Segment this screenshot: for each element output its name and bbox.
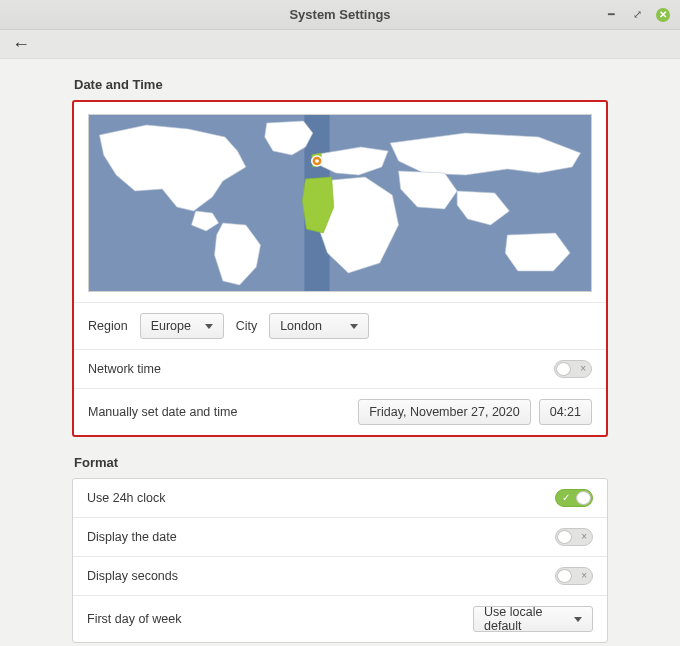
close-icon[interactable]: ✕ xyxy=(656,8,670,22)
chevron-down-icon xyxy=(350,324,358,329)
window-titlebar: System Settings ━ ⤢ ✕ xyxy=(0,0,680,30)
use-24h-label: Use 24h clock xyxy=(87,491,555,505)
date-time-card: Region Europe City London Network time ×… xyxy=(72,100,608,437)
window-title: System Settings xyxy=(0,7,680,22)
region-label: Region xyxy=(88,319,128,333)
display-seconds-label: Display seconds xyxy=(87,569,555,583)
manual-date-time-row: Manually set date and time Friday, Novem… xyxy=(74,388,606,435)
city-label: City xyxy=(236,319,258,333)
network-time-row: Network time × xyxy=(74,349,606,388)
minimize-icon[interactable]: ━ xyxy=(604,8,618,22)
first-day-label: First day of week xyxy=(87,612,473,626)
display-date-label: Display the date xyxy=(87,530,555,544)
back-icon[interactable]: ← xyxy=(12,34,30,55)
time-value: 04:21 xyxy=(550,405,581,419)
timezone-map-row xyxy=(74,102,606,302)
display-date-toggle[interactable]: × xyxy=(555,528,593,546)
manual-date-time-label: Manually set date and time xyxy=(88,405,358,419)
use-24h-toggle[interactable]: ✓ xyxy=(555,489,593,507)
first-day-value: Use locale default xyxy=(484,605,560,633)
page-content: Date and Time xyxy=(0,58,680,646)
region-value: Europe xyxy=(151,319,191,333)
city-select[interactable]: London xyxy=(269,313,369,339)
format-title: Format xyxy=(74,455,664,470)
city-value: London xyxy=(280,319,322,333)
toolbar: ← xyxy=(0,30,680,58)
region-city-row: Region Europe City London xyxy=(74,302,606,349)
svg-point-3 xyxy=(315,159,319,163)
window-controls: ━ ⤢ ✕ xyxy=(604,8,680,22)
use-24h-row: Use 24h clock ✓ xyxy=(73,479,607,517)
region-select[interactable]: Europe xyxy=(140,313,224,339)
chevron-down-icon xyxy=(205,324,213,329)
chevron-down-icon xyxy=(574,617,582,622)
page-title: Date and Time xyxy=(74,77,664,92)
timezone-map[interactable] xyxy=(88,114,592,292)
display-seconds-row: Display seconds × xyxy=(73,556,607,595)
first-day-select[interactable]: Use locale default xyxy=(473,606,593,632)
display-seconds-toggle[interactable]: × xyxy=(555,567,593,585)
network-time-label: Network time xyxy=(88,362,554,376)
date-button[interactable]: Friday, November 27, 2020 xyxy=(358,399,531,425)
display-date-row: Display the date × xyxy=(73,517,607,556)
network-time-toggle[interactable]: × xyxy=(554,360,592,378)
format-card: Use 24h clock ✓ Display the date × Displ… xyxy=(72,478,608,643)
time-button[interactable]: 04:21 xyxy=(539,399,592,425)
first-day-row: First day of week Use locale default xyxy=(73,595,607,642)
maximize-icon[interactable]: ⤢ xyxy=(630,8,644,22)
date-value: Friday, November 27, 2020 xyxy=(369,405,520,419)
